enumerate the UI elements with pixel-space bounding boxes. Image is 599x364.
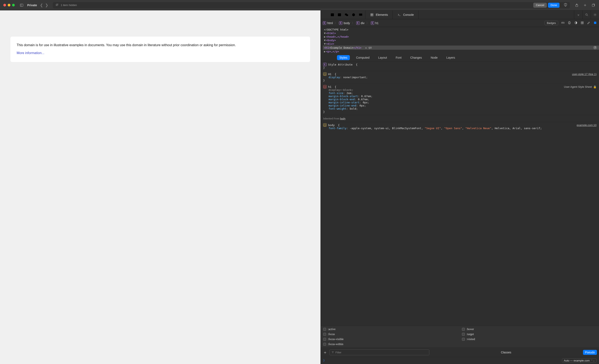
pseudo-visited[interactable]: :visited (462, 337, 597, 341)
more-information-link[interactable]: More information... (17, 51, 44, 55)
svg-rect-0 (20, 4, 23, 7)
svg-point-33 (595, 14, 595, 15)
close-window-button[interactable] (3, 4, 6, 7)
svg-rect-45 (582, 23, 583, 24)
private-badge: Private (27, 4, 37, 7)
dock-left-icon[interactable] (330, 13, 335, 17)
subtab-node[interactable]: Node (428, 55, 440, 60)
more-tabs-icon[interactable] (574, 10, 582, 19)
sidebar-toggle-icon[interactable] (19, 3, 24, 8)
pseudo-hover[interactable]: :hover (462, 328, 597, 331)
svg-rect-26 (371, 15, 372, 16)
filter-input[interactable]: Filter (329, 349, 429, 355)
tab-elements[interactable]: Elements (365, 10, 393, 19)
forward-button[interactable]: ❯ (45, 3, 48, 8)
search-icon[interactable] (582, 10, 591, 19)
dom-tree[interactable]: <!DOCTYPE html> ▼<html> ▶<head>…</head> … (321, 27, 599, 54)
svg-rect-46 (594, 22, 596, 24)
crumb-html[interactable]: Ehtml (323, 21, 333, 25)
style-attribute-block[interactable]: E Style Attribute { } (321, 61, 599, 71)
svg-rect-13 (338, 13, 341, 16)
svg-rect-11 (331, 13, 334, 16)
done-button[interactable]: Done (548, 3, 559, 8)
privacy-shield-icon[interactable] (564, 3, 567, 7)
svg-rect-43 (582, 21, 583, 22)
svg-rect-27 (372, 15, 373, 16)
execution-context-picker[interactable]: Auto — example.com ⌃⌄ (562, 358, 597, 363)
dock-detach-icon[interactable] (344, 13, 349, 17)
svg-rect-25 (372, 14, 373, 15)
subtab-changes[interactable]: Changes (408, 55, 424, 60)
pseudo-target[interactable]: :target (462, 333, 597, 336)
svg-rect-44 (581, 23, 582, 24)
svg-point-17 (352, 13, 355, 16)
dom-selected-node[interactable]: <h1>Example Domain</h1> = $0 ? (323, 45, 599, 50)
pseudo-focus-visible[interactable]: :focus-visible (323, 337, 458, 341)
crumb-body[interactable]: Ebody (339, 21, 350, 25)
dom-breadcrumb: Ehtml 〉 Ebody 〉 Ediv 〉 Eh1 Badges (321, 19, 599, 27)
box-model-icon[interactable] (593, 21, 597, 25)
svg-rect-8 (592, 4, 594, 7)
styles-filter-bar: ＋ Filter Classes Pseudo (321, 347, 599, 357)
pseudo-active[interactable]: :active (323, 328, 458, 331)
ruler-icon[interactable] (561, 21, 565, 25)
subtab-computed[interactable]: Computed (353, 55, 372, 60)
rule-source-link[interactable]: user-style:17 (line 1) (572, 73, 597, 76)
svg-rect-40 (569, 23, 570, 24)
address-bar[interactable]: 1 item hidden Cancel Done (53, 2, 570, 8)
inherited-from-link[interactable]: body (340, 117, 345, 120)
svg-rect-16 (346, 14, 348, 16)
rule-body[interactable]: {} body { example.com:10 font-family: -a… (321, 122, 599, 132)
rule-source-link[interactable]: example.com:10 (577, 124, 597, 127)
tab-console-label: Console (403, 13, 414, 17)
target-icon[interactable] (352, 13, 356, 17)
page-paragraph: This domain is for use in illustrative e… (17, 43, 304, 47)
pseudo-toggle[interactable]: Pseudo (583, 350, 597, 355)
subtab-styles[interactable]: Styles (337, 55, 350, 60)
crumb-div[interactable]: Ediv (356, 21, 365, 25)
dock-bottom-icon[interactable] (337, 13, 342, 17)
subtab-layers[interactable]: Layers (444, 55, 458, 60)
share-icon[interactable] (574, 3, 579, 8)
page-content-card: This domain is for use in illustrative e… (10, 37, 310, 62)
new-tab-icon[interactable] (583, 3, 587, 8)
subtab-font[interactable]: Font (393, 55, 404, 60)
contrast-icon[interactable] (574, 21, 578, 25)
crumb-h1[interactable]: Eh1 (371, 21, 379, 25)
pseudo-focus[interactable]: :focus (323, 333, 458, 336)
hidden-eye-icon (55, 3, 59, 7)
console-chevron-icon[interactable]: 〉 (323, 359, 326, 363)
tab-console[interactable]: Console (393, 10, 418, 19)
paint-icon[interactable] (587, 21, 590, 25)
hidden-items-label: 1 item hidden (61, 4, 77, 7)
rule-h1-ua[interactable]: {} h1 { User Agent Style Sheet🔒 display:… (321, 84, 599, 115)
pseudo-focus-within[interactable]: :focus-within (323, 343, 458, 346)
badges-button[interactable]: Badges (545, 21, 558, 25)
help-icon[interactable]: ? (593, 46, 597, 50)
device-preview-icon[interactable] (359, 13, 363, 17)
back-button[interactable]: ❮ (40, 3, 43, 8)
settings-icon[interactable] (591, 10, 599, 19)
print-styles-icon[interactable] (568, 21, 571, 25)
lock-icon: 🔒 (593, 85, 597, 89)
subtab-layout[interactable]: Layout (376, 55, 389, 60)
window-controls (3, 4, 15, 7)
svg-rect-24 (371, 14, 372, 15)
svg-line-32 (587, 15, 588, 16)
pseudo-class-toggles: :active :hover :focus :target :focus-vis… (321, 326, 599, 347)
page-viewport: This domain is for use in illustrative e… (0, 10, 320, 364)
rule-h1-user[interactable]: {} H1 { user-style:17 (line 1) display: … (321, 71, 599, 84)
svg-line-9 (324, 14, 326, 16)
close-devtools-icon[interactable] (323, 13, 327, 17)
console-prompt-row: 〉 Auto — example.com ⌃⌄ (321, 357, 599, 364)
minimize-window-button[interactable] (8, 4, 10, 7)
svg-point-31 (585, 14, 587, 15)
styles-subtab-bar: Styles Computed Layout Font Changes Node… (321, 54, 599, 61)
cancel-button[interactable]: Cancel (533, 3, 546, 8)
svg-line-10 (324, 14, 326, 16)
tab-overview-icon[interactable] (591, 3, 596, 8)
new-rule-button[interactable]: ＋ (323, 350, 327, 355)
grid-overlay-icon[interactable] (581, 21, 584, 25)
zoom-window-button[interactable] (12, 4, 15, 7)
classes-toggle[interactable]: Classes (499, 350, 513, 355)
